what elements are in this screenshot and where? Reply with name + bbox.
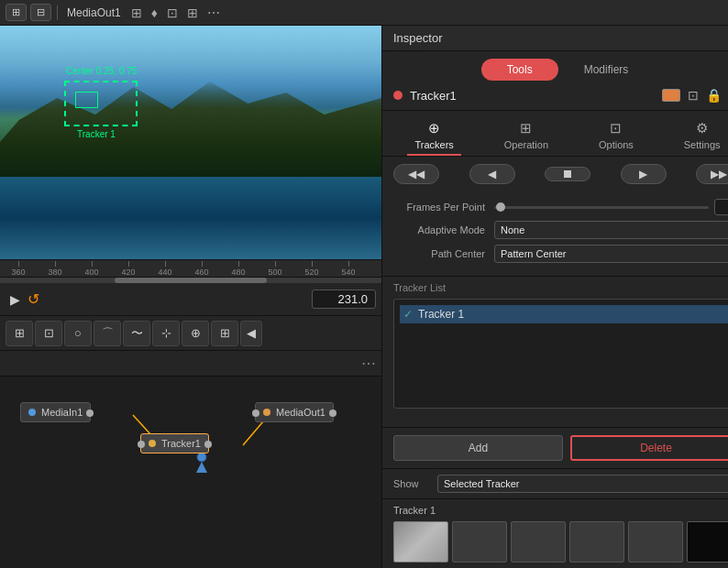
- playback-controls: ▶ ↺ 231.0: [0, 283, 381, 316]
- tracker-preview-label: Tracker 1: [393, 505, 728, 516]
- node-mediain-dot: [28, 409, 36, 416]
- transport-back[interactable]: ◀: [469, 164, 515, 184]
- subtab-settings[interactable]: ⚙ Settings: [677, 116, 728, 156]
- tool-btn-star[interactable]: ⊹: [152, 321, 180, 346]
- tracker-color-swatch[interactable]: [662, 89, 680, 102]
- win-icon-2[interactable]: ♦: [149, 5, 160, 20]
- field-adaptive-label: Adaptive Mode: [393, 224, 494, 235]
- top-tabs: Tools Modifiers: [382, 51, 728, 81]
- preview-thumb-main: [393, 521, 448, 563]
- win-icon-3[interactable]: ⊡: [164, 5, 181, 20]
- subtab-operation-icon: ⊞: [520, 120, 532, 137]
- node-toolbar-menu[interactable]: ⋯: [361, 355, 376, 372]
- play-button[interactable]: ▶: [6, 290, 24, 309]
- timeline-scrollbar-thumb[interactable]: [115, 278, 267, 283]
- node-canvas: MediaIn1 MediaOut1 Tracker1: [0, 377, 381, 568]
- tracker-list-item-0[interactable]: ✓ Tracker 1: [400, 305, 728, 323]
- ruler-mark-8: 520: [293, 261, 330, 277]
- tool-btn-grid[interactable]: ⊞: [211, 321, 238, 346]
- ruler-mark-1: 380: [37, 261, 73, 277]
- left-panel: Center 0.25, 0.75 Tracker 1 360 380 400 …: [0, 26, 381, 568]
- node-mediaout-dot: [263, 409, 270, 416]
- tool-btn-poly[interactable]: ⌒: [94, 321, 121, 346]
- field-frames-value[interactable]: 1: [714, 199, 728, 215]
- transport-forward[interactable]: ▶: [621, 164, 667, 184]
- view-btn-2[interactable]: ⊟: [30, 4, 51, 21]
- preview-thumb-1: [452, 521, 507, 563]
- subtab-operation[interactable]: ⊞ Operation: [497, 116, 556, 156]
- tool-btn-circle[interactable]: ○: [64, 321, 92, 346]
- tool-btn-select[interactable]: ⊡: [35, 321, 62, 346]
- node-toolbar: ⋯: [0, 351, 381, 377]
- field-adaptive-mode: Adaptive Mode None ▼: [393, 221, 728, 239]
- field-frames-control: 1: [494, 199, 728, 215]
- win-icon-5[interactable]: ⋯: [204, 5, 223, 20]
- ruler-marks: 360 380 400 420 440 460 480 500 520 540: [0, 260, 367, 277]
- node-tracker-in[interactable]: [138, 441, 145, 448]
- tab-modifiers[interactable]: Modifiers: [558, 59, 655, 81]
- svg-marker-3: [196, 462, 207, 473]
- tool-btn-extra[interactable]: ◀: [240, 321, 262, 346]
- show-select[interactable]: Selected Tracker ▼: [437, 475, 728, 493]
- node-mediaout[interactable]: MediaOut1: [255, 402, 334, 422]
- subtab-options-icon: ⊡: [610, 120, 622, 137]
- ruler-mark-4: 440: [147, 261, 183, 277]
- ruler-mark-9: 540: [330, 261, 367, 277]
- add-tracker-button[interactable]: Add: [393, 435, 563, 461]
- tracker-preview-section: Tracker 1: [382, 498, 728, 568]
- transport-stop[interactable]: [545, 167, 590, 181]
- tracker-name-overlay: Tracker 1: [77, 129, 116, 139]
- subtab-trackers-icon: ⊕: [428, 120, 440, 137]
- show-label: Show: [393, 478, 430, 489]
- timecode-display[interactable]: 231.0: [312, 289, 376, 309]
- timeline-ruler[interactable]: 360 380 400 420 440 460 480 500 520 540: [0, 259, 381, 278]
- transport-ffwd[interactable]: ▶▶: [696, 164, 728, 184]
- subtab-trackers-label: Trackers: [414, 139, 453, 150]
- preview-thumb-dark: [687, 521, 728, 563]
- tab-tools[interactable]: Tools: [481, 59, 558, 81]
- win-icon-1[interactable]: ⊞: [128, 5, 145, 20]
- field-path-select[interactable]: Pattern Center ▼: [494, 245, 728, 263]
- timeline-scrollbar[interactable]: [0, 278, 381, 283]
- win-icon-4[interactable]: ⊞: [184, 5, 201, 20]
- ruler-mark-7: 500: [257, 261, 293, 277]
- node-mediaout-in[interactable]: [252, 410, 259, 417]
- node-mediain-out[interactable]: [86, 410, 94, 417]
- subtab-trackers[interactable]: ⊕ Trackers: [407, 116, 460, 156]
- show-select-value: Selected Tracker: [444, 478, 520, 489]
- node-tracker-label: Tracker1: [161, 438, 201, 449]
- preview-thumb-3: [569, 521, 624, 563]
- tracker-inner-box: [75, 92, 98, 108]
- ruler-mark-2: 400: [73, 261, 110, 277]
- tracker-list-item-0-name: Tracker 1: [418, 308, 464, 321]
- subtab-options[interactable]: ⊡ Options: [591, 116, 641, 156]
- node-tracker-out[interactable]: [204, 441, 212, 448]
- subtab-options-label: Options: [599, 139, 634, 150]
- tool-btn-move[interactable]: ⊞: [6, 321, 33, 346]
- node-mediaout-out[interactable]: [329, 410, 336, 417]
- ruler-mark-5: 460: [183, 261, 220, 277]
- tracker-header: Tracker1 ⊡ 🔒 ⋯: [382, 81, 728, 111]
- field-adaptive-select[interactable]: None ▼: [494, 221, 728, 239]
- tool-btn-plus[interactable]: ⊕: [182, 321, 209, 346]
- delete-tracker-button[interactable]: Delete: [570, 435, 728, 461]
- svg-point-2: [197, 453, 206, 462]
- show-row: Show Selected Tracker ▼: [382, 468, 728, 498]
- field-frames-per-point: Frames Per Point 1: [393, 199, 728, 215]
- tool-btn-curve[interactable]: 〜: [123, 321, 150, 346]
- field-frames-slider[interactable]: [494, 206, 709, 209]
- node-tracker[interactable]: Tracker1: [140, 433, 209, 453]
- tracker-enabled-dot[interactable]: [393, 91, 403, 100]
- field-path-label: Path Center: [393, 248, 494, 259]
- window-title: MediaOut1: [67, 6, 121, 19]
- field-adaptive-value: None: [501, 224, 524, 235]
- ruler-mark-3: 420: [110, 261, 147, 277]
- loop-button[interactable]: ↺: [28, 290, 39, 308]
- tool-strip: ⊞ ⊡ ○ ⌒ 〜 ⊹ ⊕ ⊞ ◀: [0, 316, 381, 351]
- tracker-icon-lock[interactable]: 🔒: [706, 88, 722, 103]
- tracker-icon-copy[interactable]: ⊡: [688, 88, 699, 103]
- view-btn-1[interactable]: ⊞: [6, 4, 27, 21]
- stop-icon: [564, 170, 571, 178]
- node-mediain[interactable]: MediaIn1: [20, 402, 91, 422]
- transport-rewind[interactable]: ◀◀: [393, 164, 439, 184]
